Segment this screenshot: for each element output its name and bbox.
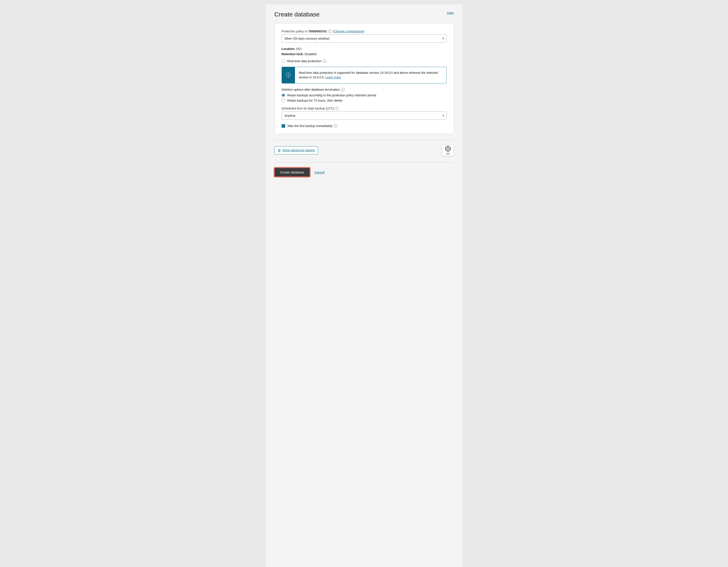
realtime-protection-checkbox[interactable] <box>282 59 285 63</box>
compartment-id: 79889980342 <box>308 30 327 33</box>
advanced-options-icon: ⚙ <box>278 148 281 152</box>
deletion-option-retain-72h-label: Retain backups for 72 hours, then delete <box>287 99 342 102</box>
create-database-button[interactable]: Create database <box>274 168 310 177</box>
help-link[interactable]: Help <box>447 11 454 15</box>
learn-more-link[interactable]: Learn more <box>325 76 341 79</box>
cancel-button[interactable]: Cancel <box>314 170 325 174</box>
page-title: Create database <box>274 11 320 18</box>
info-banner-icon-col: ⓘ <box>282 67 295 83</box>
page-header: Create database Help <box>274 11 454 18</box>
deletion-options-group: Deletion options after database terminat… <box>282 88 447 102</box>
retention-lock-row: Retention lock: Disabled <box>282 52 447 56</box>
first-backup-checkbox[interactable] <box>282 124 285 128</box>
scheduled-backup-label-text: Scheduled time for daily backup (UTC) <box>282 107 334 110</box>
retention-lock-label: Retention lock: <box>282 52 304 56</box>
help-widget-dots <box>446 153 450 155</box>
deletion-option-retain-policy-radio[interactable] <box>282 93 285 97</box>
scheduled-backup-select-wrapper: Anytime 00:00 06:00 12:00 18:00 ⇅ <box>282 111 447 120</box>
help-widget[interactable] <box>442 144 454 156</box>
first-backup-row: Take the first backup immediately i <box>282 124 447 128</box>
realtime-protection-row: Real-time data protection i <box>282 59 447 63</box>
location-row: Location: OCI <box>282 47 447 51</box>
action-bar: Create database Cancel <box>274 162 454 177</box>
location-value: OCI <box>296 47 302 51</box>
change-compartment-link[interactable]: (Change compartment) <box>333 30 365 33</box>
bottom-bar: ⚙ Show advanced options <box>274 140 454 156</box>
realtime-protection-label-text: Real-time data protection <box>287 59 321 63</box>
protection-policy-select[interactable]: Silver (35-days recovery window) Bronze … <box>282 34 447 43</box>
protection-policy-label: Protection policy in 79889980342 i (Chan… <box>282 30 447 33</box>
protection-policy-info-icon[interactable]: i <box>328 30 332 33</box>
scheduled-backup-label: Scheduled time for daily backup (UTC) i <box>282 107 447 110</box>
first-backup-label: Take the first backup immediately i <box>287 124 337 128</box>
deletion-option-retain-policy-label: Retain backups according to the protecti… <box>287 93 376 97</box>
deletion-option-retain-72h-row: Retain backups for 72 hours, then delete <box>282 99 447 102</box>
svg-point-1 <box>447 148 449 150</box>
scheduled-backup-select[interactable]: Anytime 00:00 06:00 12:00 18:00 <box>282 111 447 120</box>
realtime-protection-label: Real-time data protection i <box>287 59 326 63</box>
main-card: Protection policy in 79889980342 i (Chan… <box>274 23 454 134</box>
deletion-options-label-text: Deletion options after database terminat… <box>282 88 340 91</box>
show-advanced-button[interactable]: ⚙ Show advanced options <box>274 146 318 154</box>
protection-policy-select-wrapper: Silver (35-days recovery window) Bronze … <box>282 34 447 43</box>
realtime-protection-info-icon[interactable]: i <box>323 59 326 63</box>
deletion-options-label: Deletion options after database terminat… <box>282 88 447 91</box>
location-label: Location: <box>282 47 295 51</box>
scheduled-backup-info-icon[interactable]: i <box>335 107 339 110</box>
first-backup-info-icon[interactable]: i <box>334 124 337 128</box>
protection-policy-group: Protection policy in 79889980342 i (Chan… <box>282 30 447 43</box>
deletion-option-retain-72h-radio[interactable] <box>282 99 285 102</box>
scheduled-backup-group: Scheduled time for daily backup (UTC) i … <box>282 107 447 120</box>
lifesaver-icon <box>445 146 451 152</box>
show-advanced-label: Show advanced options <box>282 148 315 152</box>
retention-lock-value: Disabled <box>305 52 316 56</box>
deletion-option-retain-policy-row: Retain backups according to the protecti… <box>282 93 447 97</box>
info-banner-content: Real-time data protection is supported f… <box>295 67 446 83</box>
protection-policy-label-text: Protection policy in 79889980342 <box>282 30 327 33</box>
info-banner: ⓘ Real-time data protection is supported… <box>282 67 447 83</box>
deletion-options-info-icon[interactable]: i <box>341 88 345 91</box>
first-backup-label-text: Take the first backup immediately <box>287 124 333 128</box>
info-banner-icon: ⓘ <box>286 72 291 78</box>
info-banner-text: Real-time data protection is supported f… <box>299 71 438 79</box>
